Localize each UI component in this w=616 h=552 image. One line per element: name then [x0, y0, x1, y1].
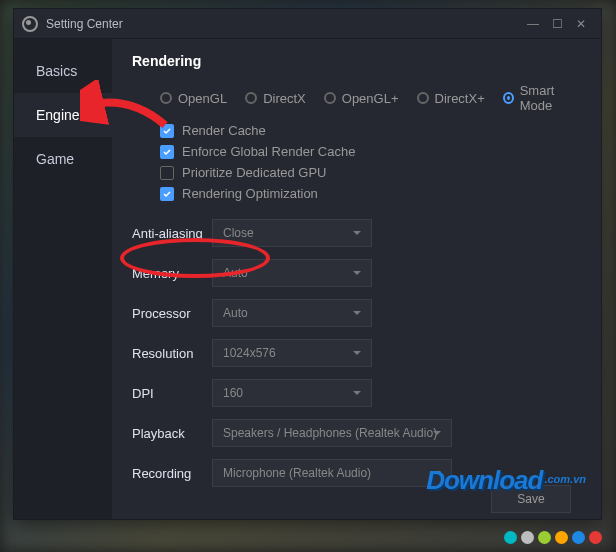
- dropdown-processor[interactable]: Auto: [212, 299, 372, 327]
- dropdown-recording[interactable]: Microphone (Realtek Audio): [212, 459, 452, 487]
- sidebar-item-engine[interactable]: Engine: [14, 93, 112, 137]
- dot: [555, 531, 568, 544]
- radio-icon: [503, 92, 514, 104]
- chevron-down-icon: [353, 391, 361, 395]
- sidebar-item-game[interactable]: Game: [14, 137, 112, 181]
- maximize-button[interactable]: ☐: [545, 12, 569, 36]
- dot: [572, 531, 585, 544]
- chevron-down-icon: [353, 311, 361, 315]
- checkbox-icon: [160, 145, 174, 159]
- radio-icon: [245, 92, 257, 104]
- checkbox-icon: [160, 124, 174, 138]
- color-dots: [504, 531, 602, 544]
- radio-icon: [417, 92, 429, 104]
- app-logo-icon: [22, 16, 38, 32]
- chevron-down-icon: [353, 271, 361, 275]
- close-button[interactable]: ✕: [569, 12, 593, 36]
- row-memory: Memory Auto: [132, 259, 581, 287]
- minimize-button[interactable]: —: [521, 12, 545, 36]
- form-rows: Anti-aliasing Close Memory Auto Processo…: [132, 219, 581, 487]
- radio-directxplus[interactable]: DirectX+: [417, 83, 485, 113]
- settings-panel: Rendering OpenGL DirectX OpenGL+ DirectX…: [112, 39, 601, 519]
- radio-icon: [324, 92, 336, 104]
- checkbox-icon: [160, 187, 174, 201]
- radio-opengl[interactable]: OpenGL: [160, 83, 227, 113]
- label-processor: Processor: [132, 306, 212, 321]
- row-antialiasing: Anti-aliasing Close: [132, 219, 581, 247]
- label-memory: Memory: [132, 266, 212, 281]
- sidebar: Basics Engine Game: [14, 39, 112, 519]
- dropdown-dpi[interactable]: 160: [212, 379, 372, 407]
- dot: [538, 531, 551, 544]
- dropdown-resolution[interactable]: 1024x576: [212, 339, 372, 367]
- label-resolution: Resolution: [132, 346, 212, 361]
- label-dpi: DPI: [132, 386, 212, 401]
- render-mode-row: OpenGL DirectX OpenGL+ DirectX+ Smart Mo…: [160, 83, 581, 113]
- dot: [589, 531, 602, 544]
- label-playback: Playback: [132, 426, 212, 441]
- dropdown-playback[interactable]: Speakers / Headphones (Realtek Audio): [212, 419, 452, 447]
- section-title: Rendering: [132, 53, 581, 69]
- checkbox-icon: [160, 166, 174, 180]
- check-render-opt[interactable]: Rendering Optimization: [160, 186, 581, 201]
- row-playback: Playback Speakers / Headphones (Realtek …: [132, 419, 581, 447]
- dot: [504, 531, 517, 544]
- radio-smart[interactable]: Smart Mode: [503, 83, 581, 113]
- row-recording: Recording Microphone (Realtek Audio): [132, 459, 581, 487]
- row-dpi: DPI 160: [132, 379, 581, 407]
- save-button[interactable]: Save: [491, 485, 571, 513]
- chevron-down-icon: [433, 431, 441, 435]
- chevron-down-icon: [353, 231, 361, 235]
- dot: [521, 531, 534, 544]
- settings-window: Setting Center — ☐ ✕ Basics Engine Game …: [13, 8, 602, 520]
- label-recording: Recording: [132, 466, 212, 481]
- check-enforce-global[interactable]: Enforce Global Render Cache: [160, 144, 581, 159]
- check-render-cache[interactable]: Render Cache: [160, 123, 581, 138]
- dropdown-memory[interactable]: Auto: [212, 259, 372, 287]
- label-antialiasing: Anti-aliasing: [132, 226, 212, 241]
- radio-directx[interactable]: DirectX: [245, 83, 306, 113]
- radio-openglplus[interactable]: OpenGL+: [324, 83, 399, 113]
- chevron-down-icon: [433, 471, 441, 475]
- chevron-down-icon: [353, 351, 361, 355]
- radio-icon: [160, 92, 172, 104]
- row-processor: Processor Auto: [132, 299, 581, 327]
- window-content: Basics Engine Game Rendering OpenGL Dire…: [14, 39, 601, 519]
- window-title: Setting Center: [46, 17, 123, 31]
- row-resolution: Resolution 1024x576: [132, 339, 581, 367]
- sidebar-item-basics[interactable]: Basics: [14, 49, 112, 93]
- check-prioritize-gpu[interactable]: Prioritize Dedicated GPU: [160, 165, 581, 180]
- dropdown-antialiasing[interactable]: Close: [212, 219, 372, 247]
- window-titlebar: Setting Center — ☐ ✕: [14, 9, 601, 39]
